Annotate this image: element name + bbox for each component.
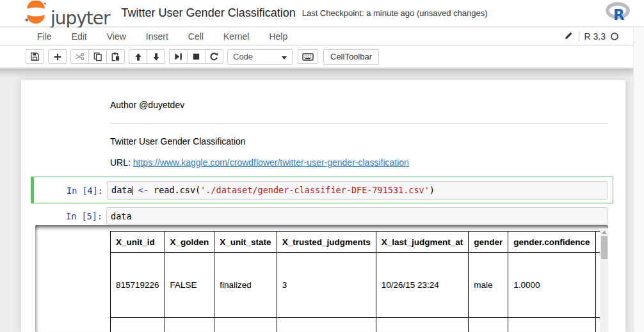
- markdown-cell-author[interactable]: Author @duyetdev: [110, 100, 184, 110]
- code-token-var: data: [111, 211, 132, 221]
- move-cell-down-button[interactable]: [147, 49, 165, 64]
- divider: [579, 31, 579, 42]
- svg-text:R: R: [613, 6, 625, 22]
- code-token-call: read.csv: [154, 185, 195, 195]
- code-token-paren-open: (: [195, 185, 200, 195]
- code-cell-in5[interactable]: In [5]: data: [31, 206, 613, 227]
- input-prompt-in5: In [5]:: [31, 211, 102, 221]
- table-cell: [469, 318, 508, 332]
- table-cell: 1.0000: [508, 253, 595, 318]
- table-cell: [214, 318, 277, 332]
- kernel-idle-icon: [611, 33, 618, 40]
- code-token-operator: <-: [133, 185, 154, 195]
- table-cell: [376, 318, 469, 332]
- menu-file[interactable]: File: [30, 29, 59, 44]
- output-scroll-area[interactable]: X_unit_idX_goldenX_unit_stateX_trusted_j…: [35, 225, 608, 332]
- notebook-container-area: Author @duyetdev Twitter User Gender Cla…: [0, 68, 644, 332]
- code-token-var: data: [111, 185, 133, 195]
- cell-type-value: Code: [233, 52, 253, 61]
- menubar: File Edit View Insert Cell Kernel Help R…: [0, 28, 644, 45]
- menu-cell[interactable]: Cell: [181, 29, 211, 44]
- menu-insert[interactable]: Insert: [139, 29, 175, 44]
- cell-type-select[interactable]: Code: [227, 49, 293, 65]
- markdown-hr: [110, 123, 608, 123]
- table-cell: 10/26/15 23:24: [376, 253, 469, 318]
- page-scrollbar[interactable]: [633, 28, 644, 332]
- table-cell: male: [469, 253, 508, 318]
- column-header: X_trusted_judgments: [277, 232, 376, 253]
- dataframe-table: X_unit_idX_goldenX_unit_stateX_trusted_j…: [110, 231, 600, 332]
- table-row: 815719226FALSEfinalized310/26/15 23:24ma…: [111, 253, 601, 318]
- dataframe-table-wrap: X_unit_idX_goldenX_unit_stateX_trusted_j…: [110, 231, 600, 332]
- menu-view[interactable]: View: [100, 29, 133, 44]
- table-row: [111, 318, 601, 332]
- menu-kernel[interactable]: Kernel: [216, 29, 256, 44]
- jupyter-logo[interactable]: jupyter: [24, 1, 110, 26]
- r-kernel-logo-icon: R: [606, 2, 630, 25]
- kernel-name: R 3.3: [584, 31, 606, 42]
- output-scrollbar[interactable]: [600, 228, 608, 332]
- checkpoint-status: Last Checkpoint: a minute ago (unsaved c…: [302, 8, 488, 18]
- save-button[interactable]: [26, 49, 44, 64]
- copy-cell-button[interactable]: [88, 49, 107, 64]
- notebook-header: jupyter Twitter User Gender Classificati…: [0, 0, 644, 27]
- scrollbar-thumb[interactable]: [601, 236, 608, 259]
- column-header: gender.confidence: [508, 232, 595, 253]
- celltoolbar-button[interactable]: CellToolbar: [323, 49, 379, 65]
- input-prompt-in4: In [4]:: [31, 186, 103, 196]
- interrupt-kernel-button[interactable]: [187, 49, 205, 64]
- code-cell-in4[interactable]: In [4]: data <- read.csv('./dataset/gend…: [31, 177, 613, 203]
- jupyter-logo-icon: [24, 1, 47, 26]
- column-header: X_unit_state: [214, 232, 277, 253]
- notebook: Author @duyetdev Twitter User Gender Cla…: [21, 80, 625, 332]
- code-token-paren-close: ): [430, 185, 435, 195]
- table-cell: [111, 318, 165, 332]
- notebook-title[interactable]: Twitter User Gender Classification: [122, 6, 296, 20]
- restart-kernel-button[interactable]: [205, 49, 223, 64]
- cut-cell-button[interactable]: [70, 49, 89, 64]
- command-palette-button[interactable]: [298, 49, 318, 64]
- paste-cell-button[interactable]: [106, 49, 125, 64]
- column-header: X_golden: [165, 232, 214, 253]
- table-cell: finalized: [214, 253, 277, 318]
- code-input-in4[interactable]: data <- read.csv('./dataset/gender-class…: [107, 181, 608, 200]
- table-cell: FALSE: [165, 253, 214, 318]
- column-header: X_last_judgment_at: [376, 232, 469, 253]
- url-label: URL:: [110, 157, 133, 168]
- toolbar: Code CellToolbar: [0, 46, 644, 68]
- markdown-cell-title[interactable]: Twitter User Gender Classification: [110, 136, 246, 146]
- table-cell: [508, 318, 595, 332]
- menu-edit[interactable]: Edit: [65, 29, 94, 44]
- run-cell-button[interactable]: [169, 49, 188, 64]
- insert-cell-below-button[interactable]: [48, 49, 67, 64]
- column-header: gender: [469, 232, 508, 253]
- code-token-string: './dataset/gender-classifier-DFE-791531.…: [200, 185, 430, 195]
- table-cell: [165, 318, 214, 332]
- scroll-up-icon[interactable]: [602, 230, 607, 234]
- code-input-in5[interactable]: data: [106, 207, 608, 225]
- menu-help[interactable]: Help: [262, 29, 294, 44]
- table-cell: [277, 318, 376, 332]
- table-cell: 3: [277, 253, 376, 318]
- column-header: X_unit_id: [111, 232, 165, 253]
- move-cell-up-button[interactable]: [129, 49, 147, 64]
- chevron-down-icon: [282, 56, 287, 59]
- markdown-cell-url[interactable]: URL: https://www.kaggle.com/crowdflower/…: [110, 157, 409, 168]
- jupyter-wordmark: jupyter: [51, 10, 110, 28]
- table-cell: 815719226: [111, 253, 165, 318]
- pencil-icon: [564, 31, 574, 43]
- kaggle-link[interactable]: https://www.kaggle.com/crowdflower/twitt…: [133, 157, 409, 168]
